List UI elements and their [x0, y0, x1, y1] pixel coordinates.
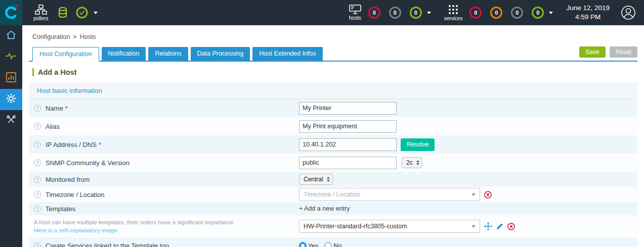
breadcrumb-configuration[interactable]: Configuration — [32, 33, 70, 40]
poller-status-ok-icon[interactable] — [75, 6, 89, 19]
ip-label-cell: ? IP Address / DNS * — [29, 141, 299, 149]
create-services-value-cell: Yes No — [299, 242, 348, 247]
templates-add-cell: + Add a new entry — [299, 205, 350, 212]
form-actions: Save Reset — [579, 46, 637, 61]
help-icon[interactable]: ? — [34, 105, 41, 112]
templates-label-cell: ? Templates — [29, 205, 299, 213]
templates-help-link[interactable]: Here is a self-explanatory image. — [34, 226, 299, 234]
template-select-value: HW-Printer-standard-rfc3805-custom — [304, 223, 407, 230]
user-avatar[interactable] — [621, 5, 636, 20]
tab-data-processing[interactable]: Data Processing — [191, 47, 250, 61]
pollers-menu[interactable]: pollers — [33, 5, 48, 21]
section-header-text: Host basic information — [37, 87, 102, 94]
services-label: services — [444, 16, 463, 21]
help-icon[interactable]: ? — [34, 159, 41, 166]
chevron-down-icon — [471, 225, 476, 228]
timezone-dropdown[interactable]: Timezone / Location — [299, 188, 480, 201]
help-icon[interactable]: ? — [34, 191, 41, 198]
centreon-logo[interactable] — [0, 0, 22, 25]
hosts-up-badge[interactable]: 0 — [410, 7, 422, 19]
page-title-text: Add a Host — [38, 68, 77, 76]
form-row-timezone: ? Timezone / Location Timezone / Locatio… — [29, 187, 637, 202]
chevron-down-icon[interactable] — [94, 12, 98, 14]
tab-notification[interactable]: Notification — [102, 47, 146, 61]
hosts-menu[interactable]: hosts — [349, 5, 361, 21]
template-select-dropdown[interactable]: HW-Printer-standard-rfc3805-custom — [299, 220, 480, 233]
form-row-snmp: ? SNMP Community & Version 2c — [29, 154, 637, 172]
hosts-down-badge[interactable]: 0 — [368, 7, 380, 19]
timezone-value-cell: Timezone / Location — [299, 188, 492, 201]
add-template-entry-link[interactable]: + Add a new entry — [299, 205, 350, 212]
help-icon[interactable]: ? — [34, 176, 41, 183]
snmp-version-select[interactable]: 2c — [402, 157, 422, 168]
timezone-label: Timezone / Location — [46, 191, 105, 199]
select-spinner-icon — [327, 177, 330, 182]
services-unknown-badge[interactable]: 0 — [511, 7, 523, 19]
snmp-label: SNMP Community & Version — [46, 159, 130, 167]
alias-label-cell: ? Alias — [29, 123, 299, 130]
sidebar — [0, 25, 22, 247]
monitored-label-cell: ? Monitored from — [29, 176, 299, 183]
templates-help-cell: A host can have multiple templates, thei… — [29, 218, 299, 234]
snmp-community-input[interactable] — [299, 157, 397, 169]
breadcrumb: Configuration > Hosts — [32, 33, 637, 40]
database-status-icon[interactable] — [57, 7, 68, 19]
reset-button[interactable]: Reset — [610, 46, 637, 58]
required-mark: * — [65, 105, 68, 112]
tab-relations[interactable]: Relations — [148, 47, 188, 61]
hosts-icon — [349, 5, 361, 14]
monitored-from-select[interactable]: Central — [299, 174, 333, 185]
create-services-yes-label[interactable]: Yes — [308, 242, 318, 247]
help-icon[interactable]: ? — [34, 123, 41, 130]
sidebar-item-configuration[interactable] — [0, 89, 22, 110]
ip-input[interactable] — [299, 138, 397, 151]
help-icon[interactable]: ? — [34, 141, 41, 148]
heartbeat-icon — [5, 51, 17, 63]
monitored-value-cell: Central — [299, 174, 333, 185]
pollers-icon — [35, 5, 47, 15]
ip-value-cell: Resolve — [299, 138, 435, 151]
alias-input[interactable] — [299, 120, 397, 133]
template-delete-icon[interactable] — [507, 223, 515, 230]
chevron-down-icon[interactable] — [549, 12, 553, 14]
snmp-value-cell: 2c — [299, 157, 422, 169]
services-critical-badge[interactable]: 0 — [469, 7, 482, 19]
help-icon[interactable]: ? — [34, 205, 41, 212]
tab-bar: Host Configuration Notification Relation… — [29, 46, 637, 62]
alias-value-cell — [299, 120, 397, 133]
sidebar-item-monitoring[interactable] — [0, 46, 22, 68]
sidebar-item-home[interactable] — [0, 25, 22, 46]
sidebar-item-administration[interactable] — [0, 110, 22, 131]
tab-host-extended-infos[interactable]: Host Extended Infos — [252, 47, 323, 61]
template-move-icon[interactable] — [484, 222, 492, 230]
alias-label: Alias — [46, 123, 60, 130]
form-row-alias: ? Alias — [29, 117, 637, 135]
snmp-label-cell: ? SNMP Community & Version — [29, 159, 299, 167]
help-icon[interactable]: ? — [34, 242, 41, 247]
tab-host-configuration[interactable]: Host Configuration — [32, 47, 99, 62]
create-services-label: Create Services linked to the Template t… — [46, 242, 169, 247]
sidebar-item-reporting[interactable] — [0, 68, 22, 89]
template-edit-icon[interactable] — [496, 223, 503, 230]
create-services-no-radio[interactable] — [324, 242, 332, 247]
resolve-button[interactable]: Resolve — [401, 138, 435, 151]
services-ok-badge[interactable]: 0 — [532, 7, 544, 19]
save-button[interactable]: Save — [579, 46, 605, 58]
monitored-from-label: Monitored from — [46, 176, 90, 183]
services-warning-badge[interactable]: 0 — [490, 7, 502, 19]
services-icon — [448, 5, 458, 15]
create-services-no-label[interactable]: No — [333, 242, 341, 247]
hosts-unreachable-badge[interactable]: 0 — [389, 7, 401, 19]
create-services-label-cell: ? Create Services linked to the Template… — [29, 242, 299, 247]
form-row-monitored-from: ? Monitored from Central — [29, 172, 637, 187]
name-input[interactable] — [299, 102, 397, 115]
timezone-clear-icon[interactable] — [484, 191, 492, 199]
timezone-label-cell: ? Timezone / Location — [29, 191, 299, 199]
hosts-status-badges: 0 0 0 — [368, 7, 422, 19]
breadcrumb-hosts[interactable]: Hosts — [80, 33, 96, 40]
snmp-version-value: 2c — [406, 159, 413, 166]
form-row-name: ? Name * — [29, 99, 637, 117]
services-menu[interactable]: services — [444, 5, 463, 21]
create-services-yes-radio[interactable] — [299, 242, 307, 247]
chevron-down-icon[interactable] — [427, 12, 431, 14]
